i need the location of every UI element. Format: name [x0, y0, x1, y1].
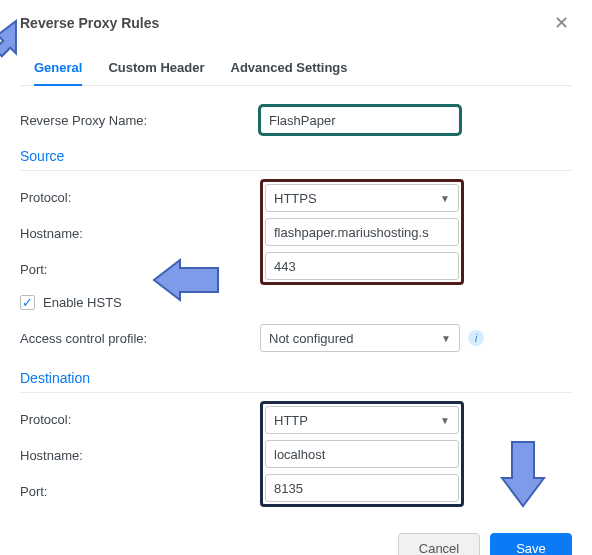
checkbox-enable-hsts[interactable]: ✓ — [20, 295, 35, 310]
tab-general[interactable]: General — [34, 52, 82, 85]
input-proxy-name[interactable] — [260, 106, 460, 134]
label-dst-hostname: Hostname: — [20, 437, 260, 473]
section-source: Source — [20, 148, 572, 171]
section-destination: Destination — [20, 370, 572, 393]
tabs: General Custom Header Advanced Settings — [20, 52, 572, 86]
select-dst-protocol-value: HTTP — [274, 413, 308, 428]
label-access-profile: Access control profile: — [20, 331, 260, 346]
input-src-port[interactable] — [265, 252, 459, 280]
row-hsts: ✓ Enable HSTS — [20, 295, 572, 310]
label-dst-port: Port: — [20, 473, 260, 509]
input-dst-hostname[interactable] — [265, 440, 459, 468]
destination-highlight-box: HTTP ▼ — [260, 401, 464, 507]
input-src-hostname[interactable] — [265, 218, 459, 246]
label-name: Reverse Proxy Name: — [20, 113, 260, 128]
form-body: Reverse Proxy Name: Source Protocol: Hos… — [20, 86, 572, 555]
reverse-proxy-dialog: Reverse Proxy Rules ✕ General Custom Hea… — [0, 0, 592, 555]
select-access-profile[interactable]: Not configured ▼ — [260, 324, 460, 352]
row-name: Reverse Proxy Name: — [20, 102, 572, 138]
label-enable-hsts: Enable HSTS — [43, 295, 122, 310]
save-button[interactable]: Save — [490, 533, 572, 555]
select-src-protocol-value: HTTPS — [274, 191, 317, 206]
source-group-row: Protocol: Hostname: Port: HTTPS ▼ — [20, 173, 572, 287]
source-highlight-box: HTTPS ▼ — [260, 179, 464, 285]
dialog-title: Reverse Proxy Rules — [20, 15, 159, 31]
label-src-protocol: Protocol: — [20, 179, 260, 215]
label-dst-protocol: Protocol: — [20, 401, 260, 437]
cancel-button[interactable]: Cancel — [398, 533, 480, 555]
info-icon[interactable]: i — [468, 330, 484, 346]
row-access-profile: Access control profile: Not configured ▼… — [20, 320, 572, 356]
tab-custom-header[interactable]: Custom Header — [108, 52, 204, 85]
select-dst-protocol[interactable]: HTTP ▼ — [265, 406, 459, 434]
button-row: Cancel Save — [20, 533, 572, 555]
title-row: Reverse Proxy Rules ✕ — [20, 12, 572, 34]
select-src-protocol[interactable]: HTTPS ▼ — [265, 184, 459, 212]
select-access-profile-value: Not configured — [269, 331, 354, 346]
dest-group-row: Protocol: Hostname: Port: HTTP ▼ — [20, 395, 572, 509]
chevron-down-icon: ▼ — [441, 333, 451, 344]
label-src-port: Port: — [20, 251, 260, 287]
close-icon[interactable]: ✕ — [550, 12, 572, 34]
chevron-down-icon: ▼ — [440, 193, 450, 204]
label-src-hostname: Hostname: — [20, 215, 260, 251]
chevron-down-icon: ▼ — [440, 415, 450, 426]
tab-advanced-settings[interactable]: Advanced Settings — [231, 52, 348, 85]
input-dst-port[interactable] — [265, 474, 459, 502]
